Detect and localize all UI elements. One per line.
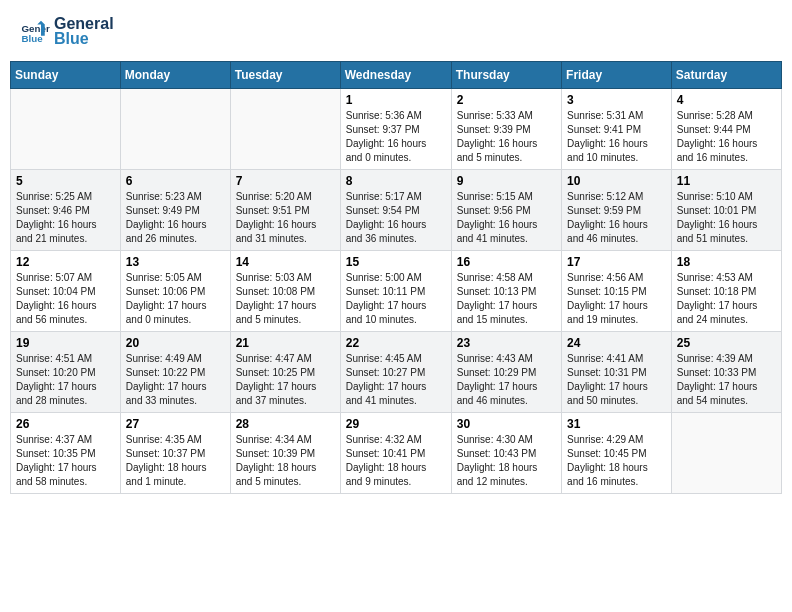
day-number: 21	[236, 336, 335, 350]
day-number: 28	[236, 417, 335, 431]
header-row: SundayMondayTuesdayWednesdayThursdayFrid…	[11, 62, 782, 89]
svg-text:Blue: Blue	[22, 32, 44, 43]
day-info: Sunrise: 5:17 AM Sunset: 9:54 PM Dayligh…	[346, 190, 446, 246]
header-thursday: Thursday	[451, 62, 561, 89]
day-cell: 3Sunrise: 5:31 AM Sunset: 9:41 PM Daylig…	[562, 89, 672, 170]
day-number: 23	[457, 336, 556, 350]
week-row-2: 12Sunrise: 5:07 AM Sunset: 10:04 PM Dayl…	[11, 251, 782, 332]
day-number: 19	[16, 336, 115, 350]
day-info: Sunrise: 4:37 AM Sunset: 10:35 PM Daylig…	[16, 433, 115, 489]
logo: General Blue General Blue	[20, 15, 114, 48]
header-friday: Friday	[562, 62, 672, 89]
day-cell: 1Sunrise: 5:36 AM Sunset: 9:37 PM Daylig…	[340, 89, 451, 170]
day-cell: 20Sunrise: 4:49 AM Sunset: 10:22 PM Dayl…	[120, 332, 230, 413]
day-number: 6	[126, 174, 225, 188]
day-number: 9	[457, 174, 556, 188]
header-tuesday: Tuesday	[230, 62, 340, 89]
day-cell: 5Sunrise: 5:25 AM Sunset: 9:46 PM Daylig…	[11, 170, 121, 251]
day-number: 27	[126, 417, 225, 431]
day-number: 29	[346, 417, 446, 431]
day-info: Sunrise: 5:25 AM Sunset: 9:46 PM Dayligh…	[16, 190, 115, 246]
day-cell: 28Sunrise: 4:34 AM Sunset: 10:39 PM Dayl…	[230, 413, 340, 494]
calendar-table: SundayMondayTuesdayWednesdayThursdayFrid…	[10, 61, 782, 494]
day-info: Sunrise: 5:31 AM Sunset: 9:41 PM Dayligh…	[567, 109, 666, 165]
day-cell	[230, 89, 340, 170]
day-cell: 22Sunrise: 4:45 AM Sunset: 10:27 PM Dayl…	[340, 332, 451, 413]
day-info: Sunrise: 4:43 AM Sunset: 10:29 PM Daylig…	[457, 352, 556, 408]
day-info: Sunrise: 4:56 AM Sunset: 10:15 PM Daylig…	[567, 271, 666, 327]
day-cell: 27Sunrise: 4:35 AM Sunset: 10:37 PM Dayl…	[120, 413, 230, 494]
day-cell: 2Sunrise: 5:33 AM Sunset: 9:39 PM Daylig…	[451, 89, 561, 170]
day-cell: 16Sunrise: 4:58 AM Sunset: 10:13 PM Dayl…	[451, 251, 561, 332]
day-number: 15	[346, 255, 446, 269]
day-number: 31	[567, 417, 666, 431]
day-cell: 15Sunrise: 5:00 AM Sunset: 10:11 PM Dayl…	[340, 251, 451, 332]
header-sunday: Sunday	[11, 62, 121, 89]
logo-icon: General Blue	[20, 17, 50, 47]
header-monday: Monday	[120, 62, 230, 89]
day-info: Sunrise: 5:03 AM Sunset: 10:08 PM Daylig…	[236, 271, 335, 327]
day-cell: 14Sunrise: 5:03 AM Sunset: 10:08 PM Dayl…	[230, 251, 340, 332]
day-info: Sunrise: 5:28 AM Sunset: 9:44 PM Dayligh…	[677, 109, 776, 165]
day-info: Sunrise: 4:58 AM Sunset: 10:13 PM Daylig…	[457, 271, 556, 327]
day-cell: 6Sunrise: 5:23 AM Sunset: 9:49 PM Daylig…	[120, 170, 230, 251]
week-row-3: 19Sunrise: 4:51 AM Sunset: 10:20 PM Dayl…	[11, 332, 782, 413]
day-cell: 19Sunrise: 4:51 AM Sunset: 10:20 PM Dayl…	[11, 332, 121, 413]
day-cell: 17Sunrise: 4:56 AM Sunset: 10:15 PM Dayl…	[562, 251, 672, 332]
week-row-1: 5Sunrise: 5:25 AM Sunset: 9:46 PM Daylig…	[11, 170, 782, 251]
header-wednesday: Wednesday	[340, 62, 451, 89]
day-info: Sunrise: 4:32 AM Sunset: 10:41 PM Daylig…	[346, 433, 446, 489]
day-cell: 29Sunrise: 4:32 AM Sunset: 10:41 PM Dayl…	[340, 413, 451, 494]
day-number: 3	[567, 93, 666, 107]
day-info: Sunrise: 4:45 AM Sunset: 10:27 PM Daylig…	[346, 352, 446, 408]
day-info: Sunrise: 5:20 AM Sunset: 9:51 PM Dayligh…	[236, 190, 335, 246]
day-info: Sunrise: 5:12 AM Sunset: 9:59 PM Dayligh…	[567, 190, 666, 246]
day-number: 24	[567, 336, 666, 350]
day-info: Sunrise: 4:35 AM Sunset: 10:37 PM Daylig…	[126, 433, 225, 489]
day-number: 10	[567, 174, 666, 188]
day-info: Sunrise: 4:34 AM Sunset: 10:39 PM Daylig…	[236, 433, 335, 489]
day-info: Sunrise: 5:36 AM Sunset: 9:37 PM Dayligh…	[346, 109, 446, 165]
day-info: Sunrise: 4:30 AM Sunset: 10:43 PM Daylig…	[457, 433, 556, 489]
day-cell: 23Sunrise: 4:43 AM Sunset: 10:29 PM Dayl…	[451, 332, 561, 413]
day-cell: 31Sunrise: 4:29 AM Sunset: 10:45 PM Dayl…	[562, 413, 672, 494]
day-cell: 9Sunrise: 5:15 AM Sunset: 9:56 PM Daylig…	[451, 170, 561, 251]
day-info: Sunrise: 4:29 AM Sunset: 10:45 PM Daylig…	[567, 433, 666, 489]
day-number: 17	[567, 255, 666, 269]
day-info: Sunrise: 4:49 AM Sunset: 10:22 PM Daylig…	[126, 352, 225, 408]
day-cell: 26Sunrise: 4:37 AM Sunset: 10:35 PM Dayl…	[11, 413, 121, 494]
day-number: 5	[16, 174, 115, 188]
day-cell: 10Sunrise: 5:12 AM Sunset: 9:59 PM Dayli…	[562, 170, 672, 251]
day-cell: 8Sunrise: 5:17 AM Sunset: 9:54 PM Daylig…	[340, 170, 451, 251]
day-info: Sunrise: 5:10 AM Sunset: 10:01 PM Daylig…	[677, 190, 776, 246]
day-number: 12	[16, 255, 115, 269]
day-cell: 30Sunrise: 4:30 AM Sunset: 10:43 PM Dayl…	[451, 413, 561, 494]
day-cell: 13Sunrise: 5:05 AM Sunset: 10:06 PM Dayl…	[120, 251, 230, 332]
day-number: 25	[677, 336, 776, 350]
day-info: Sunrise: 4:41 AM Sunset: 10:31 PM Daylig…	[567, 352, 666, 408]
day-number: 14	[236, 255, 335, 269]
day-number: 18	[677, 255, 776, 269]
day-cell	[671, 413, 781, 494]
day-info: Sunrise: 5:00 AM Sunset: 10:11 PM Daylig…	[346, 271, 446, 327]
day-number: 1	[346, 93, 446, 107]
day-cell: 11Sunrise: 5:10 AM Sunset: 10:01 PM Dayl…	[671, 170, 781, 251]
day-number: 16	[457, 255, 556, 269]
day-cell	[11, 89, 121, 170]
day-info: Sunrise: 5:15 AM Sunset: 9:56 PM Dayligh…	[457, 190, 556, 246]
day-info: Sunrise: 5:07 AM Sunset: 10:04 PM Daylig…	[16, 271, 115, 327]
day-info: Sunrise: 5:23 AM Sunset: 9:49 PM Dayligh…	[126, 190, 225, 246]
day-cell: 12Sunrise: 5:07 AM Sunset: 10:04 PM Dayl…	[11, 251, 121, 332]
day-number: 7	[236, 174, 335, 188]
day-info: Sunrise: 5:33 AM Sunset: 9:39 PM Dayligh…	[457, 109, 556, 165]
week-row-0: 1Sunrise: 5:36 AM Sunset: 9:37 PM Daylig…	[11, 89, 782, 170]
page-header: General Blue General Blue	[10, 10, 782, 53]
day-info: Sunrise: 4:39 AM Sunset: 10:33 PM Daylig…	[677, 352, 776, 408]
day-number: 13	[126, 255, 225, 269]
day-number: 8	[346, 174, 446, 188]
day-number: 26	[16, 417, 115, 431]
day-cell: 7Sunrise: 5:20 AM Sunset: 9:51 PM Daylig…	[230, 170, 340, 251]
day-info: Sunrise: 4:53 AM Sunset: 10:18 PM Daylig…	[677, 271, 776, 327]
day-number: 4	[677, 93, 776, 107]
day-number: 2	[457, 93, 556, 107]
